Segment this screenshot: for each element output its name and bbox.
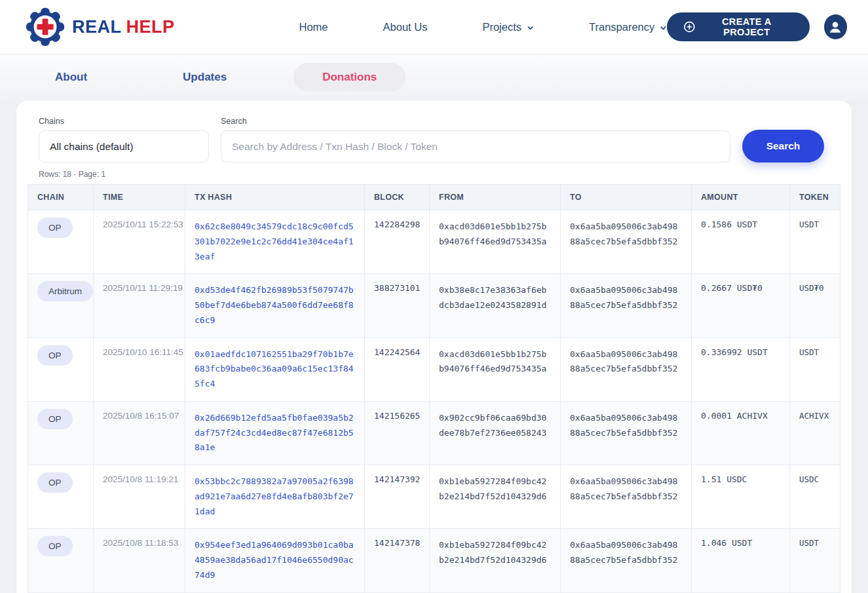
tab-donations[interactable]: Donations [293, 63, 406, 92]
create-project-button[interactable]: CREATE A PROJECT [667, 12, 809, 41]
main-nav: Home About Us Projects Transparency [299, 21, 668, 33]
time-cell: 2025/10/8 11:19:21 [94, 465, 185, 529]
column-header-time: TIME [94, 185, 185, 210]
amount-cell: 0.2667 USD₮0 [692, 274, 790, 337]
table-row: OP 2025/10/11 15:22:53 0x62c8e8049c34579… [28, 210, 840, 274]
to-address-cell: 0x6aa5ba095006c3ab49888a5cec7b5efa5dbbf3… [561, 210, 692, 274]
chain-badge: OP [37, 536, 73, 556]
tx-hash-link[interactable]: 0x62c8e8049c34579cdc18c9c00fcd5301b7022e… [195, 221, 354, 261]
nav-item-home[interactable]: Home [299, 21, 328, 33]
chains-select[interactable]: All chains (default) [39, 130, 209, 163]
nav-item-label: Home [299, 21, 328, 33]
block-cell: 142147378 [365, 529, 430, 592]
block-cell: 142156265 [365, 401, 430, 465]
block-cell: 388273101 [365, 274, 430, 337]
from-address-cell: 0xb38e8c17e38363af6ebdcb3dae12e024358289… [430, 274, 561, 337]
block-cell: 142242564 [365, 337, 430, 401]
create-project-label: CREATE A PROJECT [701, 16, 793, 37]
brand-name: REALHELP [72, 17, 175, 37]
table-header: CHAIN TIME TX HASH BLOCK FROM TO AMOUNT … [28, 185, 840, 210]
chain-cell: OP [28, 210, 94, 274]
chain-cell: OP [28, 529, 94, 592]
tx-hash-link[interactable]: 0x26d669b12efd5aa5fb0fae039a5b2daf757f24… [195, 413, 354, 453]
plus-circle-icon [684, 21, 695, 33]
brand-name-secondary: HELP [126, 17, 175, 37]
nav-item-label: Transparency [589, 21, 654, 33]
top-navigation-bar: REALHELP Home About Us Projects Transpar… [0, 0, 868, 54]
chain-cell: Arbitrum [28, 274, 94, 337]
column-header-token: TOKEN [790, 185, 840, 210]
chain-cell: OP [28, 465, 94, 529]
amount-cell: 0.0001 ACHIVX [692, 401, 790, 465]
gear-cross-logo-icon [25, 7, 66, 47]
token-cell: USDC [790, 465, 840, 529]
search-field: Search [221, 117, 730, 163]
tab-about[interactable]: About [26, 63, 116, 92]
tx-hash-cell: 0x26d669b12efd5aa5fb0fae039a5b2daf757f24… [185, 401, 365, 465]
column-header-from: FROM [430, 185, 561, 210]
nav-item-projects[interactable]: Projects [482, 21, 534, 33]
token-cell: ACHIVX [790, 401, 840, 465]
tab-updates[interactable]: Updates [154, 63, 255, 92]
from-address-cell: 0xb1eba5927284f09bc42b2e214bd7f52d104329… [430, 465, 561, 529]
project-tabs: About Updates Donations [0, 54, 868, 101]
to-address-cell: 0x6aa5ba095006c3ab49888a5cec7b5efa5dbbf3… [561, 274, 692, 337]
to-address-cell: 0x6aa5ba095006c3ab49888a5cec7b5efa5dbbf3… [561, 529, 692, 592]
nav-item-label: Projects [482, 21, 521, 33]
tx-hash-cell: 0xd53de4f462fb26989b53f5079747b50bef7d4e… [185, 274, 365, 337]
time-cell: 2025/10/11 15:22:53 [94, 210, 185, 274]
token-cell: USD₮0 [790, 274, 840, 337]
table-body: OP 2025/10/11 15:22:53 0x62c8e8049c34579… [28, 210, 840, 593]
amount-cell: 1.046 USDT [692, 529, 790, 592]
table-row: OP 2025/10/8 11:18:53 0x954eef3ed1a96406… [28, 529, 840, 592]
chain-badge: OP [37, 472, 73, 493]
chain-cell: OP [28, 401, 94, 465]
nav-item-transparency[interactable]: Transparency [589, 21, 667, 33]
tx-hash-link[interactable]: 0x01aedfdc107162551ba29f70b1b7e683fcb9ba… [195, 349, 354, 389]
person-icon [827, 18, 844, 35]
topbar-actions: CREATE A PROJECT [667, 12, 847, 41]
time-cell: 2025/10/10 16:11:45 [94, 337, 185, 401]
tx-hash-cell: 0x62c8e8049c34579cdc18c9c00fcd5301b7022e… [185, 210, 365, 274]
block-cell: 142284298 [365, 210, 430, 274]
rows-page-meta: Rows: 18 · Page: 1 [39, 170, 840, 179]
brand-logo[interactable]: REALHELP [25, 7, 175, 47]
search-input[interactable] [221, 130, 730, 163]
tx-hash-link[interactable]: 0xd53de4f462fb26989b53f5079747b50bef7d4e… [195, 285, 354, 325]
filter-row: Chains All chains (default) Search Searc… [28, 117, 840, 163]
token-cell: USDT [790, 337, 840, 401]
amount-cell: 0.336992 USDT [692, 337, 790, 401]
tx-hash-link[interactable]: 0x53bbc2c7889382a7a97005a2f6398ad921e7aa… [195, 476, 354, 516]
table-row: OP 2025/10/8 11:19:21 0x53bbc2c7889382a7… [28, 465, 840, 529]
chains-field: Chains All chains (default) [39, 117, 209, 163]
tx-hash-cell: 0x01aedfdc107162551ba29f70b1b7e683fcb9ba… [185, 337, 365, 401]
chain-badge: OP [37, 218, 73, 238]
table-row: OP 2025/10/8 16:15:07 0x26d669b12efd5aa5… [28, 401, 840, 465]
chevron-down-icon [527, 24, 534, 31]
search-button[interactable]: Search [742, 130, 824, 163]
tx-hash-link[interactable]: 0x954eef3ed1a964069d093b01ca0ba4859ae38d… [195, 540, 354, 580]
from-address-cell: 0xb1eba5927284f09bc42b2e214bd7f52d104329… [430, 529, 561, 592]
from-address-cell: 0xacd03d601e5bb1b275bb94076ff46ed9d75343… [430, 210, 561, 274]
chain-badge: Arbitrum [37, 281, 93, 301]
token-cell: USDT [790, 210, 840, 274]
block-cell: 142147392 [365, 465, 430, 529]
column-header-chain: CHAIN [28, 185, 94, 210]
to-address-cell: 0x6aa5ba095006c3ab49888a5cec7b5efa5dbbf3… [561, 401, 692, 465]
to-address-cell: 0x6aa5ba095006c3ab49888a5cec7b5efa5dbbf3… [561, 465, 692, 529]
nav-item-label: About Us [383, 21, 428, 33]
chains-label: Chains [39, 117, 209, 126]
time-cell: 2025/10/11 11:29:19 [94, 274, 185, 337]
from-address-cell: 0x902cc9bf06caa69bd30dee78b7ef2736ee0582… [430, 401, 561, 465]
chain-badge: OP [37, 345, 73, 366]
column-header-to: TO [561, 185, 692, 210]
from-address-cell: 0xacd03d601e5bb1b275bb94076ff46ed9d75343… [430, 337, 561, 401]
nav-item-about-us[interactable]: About Us [383, 21, 428, 33]
user-avatar[interactable] [824, 14, 847, 39]
chain-badge: OP [37, 409, 73, 429]
to-address-cell: 0x6aa5ba095006c3ab49888a5cec7b5efa5dbbf3… [561, 337, 692, 401]
chain-cell: OP [28, 337, 94, 401]
table-row: OP 2025/10/10 16:11:45 0x01aedfdc1071625… [28, 337, 840, 401]
tx-hash-cell: 0x53bbc2c7889382a7a97005a2f6398ad921e7aa… [185, 465, 365, 529]
search-label: Search [221, 117, 730, 126]
